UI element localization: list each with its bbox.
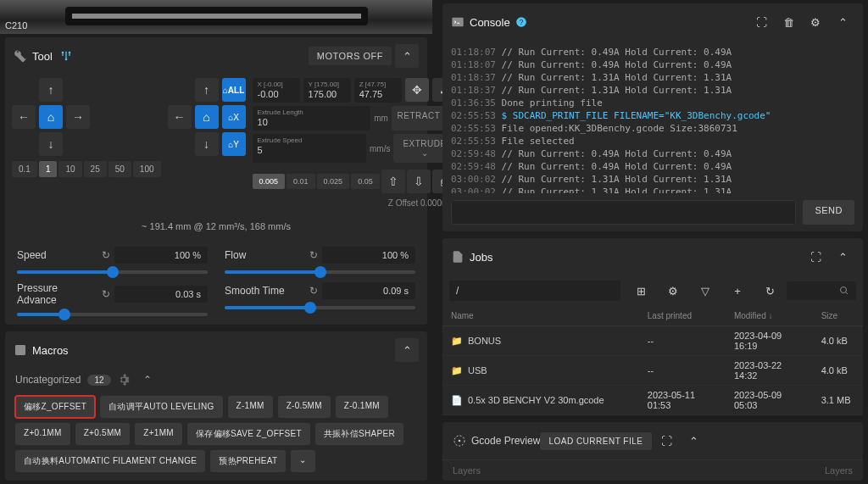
zstep-0.01[interactable]: 0.01: [287, 174, 315, 189]
table-row[interactable]: 📄3D Benchy V2 1h54m.gcode2023-05-11 19:5…: [442, 415, 863, 416]
add-icon[interactable]: +: [726, 279, 749, 303]
home-z-button[interactable]: ⌂: [39, 105, 63, 129]
console-line: 01:18:07 // Run Current: 0.49A Hold Curr…: [451, 58, 854, 71]
z-down-button[interactable]: ⇩: [407, 170, 431, 193]
tool-info-line: ~ 191.4 mm @ 12 mm³/s, 168 mm/s: [5, 214, 427, 238]
adjust-icon[interactable]: [59, 49, 73, 63]
help-icon[interactable]: ?: [515, 16, 527, 28]
macro-button[interactable]: Z-0.1MM: [336, 396, 388, 418]
step-25[interactable]: 25: [84, 161, 107, 177]
smooth-value[interactable]: 0.09 s: [322, 282, 415, 299]
load-file-button[interactable]: LOAD CURRENT FILE: [540, 432, 651, 450]
nav-down-button[interactable]: ↓: [195, 132, 219, 156]
refresh-icon[interactable]: ↻: [758, 279, 782, 303]
filter-icon[interactable]: ▽: [693, 279, 717, 303]
y-back-button[interactable]: →: [66, 105, 90, 129]
macro-more-button[interactable]: ⌄: [291, 450, 314, 472]
table-row[interactable]: 📁BONUS--2023-04-09 16:194.0 kB: [442, 326, 863, 356]
trash-icon[interactable]: 🗑: [776, 10, 800, 34]
macros-collapse-icon[interactable]: ⌃: [395, 338, 419, 362]
home-all-button[interactable]: ⌂ ALL: [222, 78, 246, 102]
gcode-collapse-icon[interactable]: ⌃: [682, 429, 706, 453]
step-1[interactable]: 1: [39, 161, 58, 177]
step-50[interactable]: 50: [108, 161, 131, 177]
console-line: 01:18:37 // Run Current: 1.31A Hold Curr…: [451, 84, 854, 97]
gcode-fullscreen-icon[interactable]: ⛶: [655, 429, 679, 453]
x-position-field[interactable]: X [-0.00]: [253, 78, 300, 103]
y-position-field[interactable]: Y [175.00]: [303, 78, 351, 103]
collapse-icon[interactable]: ⌃: [395, 44, 419, 68]
macro-button[interactable]: Z-0.5MM: [278, 396, 331, 418]
console-line: 03:00:02 // Run Current: 1.31A Hold Curr…: [451, 186, 854, 193]
home-x-button[interactable]: ⌂ X: [222, 105, 246, 129]
col-modified[interactable]: Modified ↓: [726, 306, 813, 326]
z-position-field[interactable]: Z [47.75]: [354, 78, 402, 103]
z-up-button[interactable]: ⇧: [381, 170, 405, 193]
step-0.1[interactable]: 0.1: [12, 161, 37, 177]
console-input[interactable]: [451, 200, 796, 225]
speed-value[interactable]: 100 %: [114, 247, 208, 264]
extrude-speed-field[interactable]: Extrude Speed: [253, 134, 366, 163]
columns-icon[interactable]: ⊞: [629, 279, 653, 303]
macro-button[interactable]: Z+0.5MM: [75, 423, 131, 445]
macro-button[interactable]: 偏移Z_OFFSET: [15, 396, 95, 418]
gcode-footer-left: Layers: [453, 465, 481, 476]
extrude-length-field[interactable]: Extrude Length: [253, 106, 371, 131]
macro-button[interactable]: Z+0.1MM: [15, 423, 70, 445]
table-row[interactable]: 📄0.5x 3D BENCHY V2 30m.gcode2023-05-11 0…: [442, 386, 863, 415]
macro-button[interactable]: 保存偏移SAVE Z_OFFSET: [187, 423, 310, 445]
flow-reset-icon[interactable]: ↻: [305, 247, 322, 264]
zstep-0.05[interactable]: 0.05: [351, 174, 380, 189]
x-left-button[interactable]: ←: [168, 105, 192, 129]
jobs-fullscreen-icon[interactable]: ⛶: [804, 245, 827, 269]
pa-slider[interactable]: [17, 313, 208, 316]
macro-button[interactable]: 共振补偿SHAPER: [315, 423, 403, 445]
z-offset-label: Z Offset 0.000mm: [253, 198, 456, 208]
category-collapse-icon[interactable]: ⌃: [143, 374, 152, 386]
fullscreen-icon[interactable]: ⛶: [749, 10, 773, 34]
search-input[interactable]: [787, 281, 856, 300]
gear-icon[interactable]: [118, 374, 130, 386]
send-button[interactable]: SEND: [803, 200, 854, 225]
move-icon[interactable]: ✥: [405, 78, 429, 102]
col-size[interactable]: Size: [813, 306, 863, 326]
flow-slider[interactable]: [225, 270, 415, 274]
jobs-collapse-icon[interactable]: ⌃: [831, 245, 854, 269]
table-row[interactable]: 📁USB--2023-03-22 14:324.0 kB: [442, 356, 863, 386]
speed-reset-icon[interactable]: ↻: [97, 247, 114, 264]
macro-button[interactable]: 自动调平AUTO LEVELING: [100, 396, 222, 418]
console-collapse-icon[interactable]: ⌃: [831, 10, 854, 34]
extrude-length-unit: mm: [374, 114, 388, 123]
smooth-slider[interactable]: [225, 306, 415, 309]
nav-up-button[interactable]: ↑: [195, 78, 219, 102]
step-100[interactable]: 100: [133, 161, 161, 177]
y-forward-button[interactable]: ←: [12, 105, 36, 129]
camera-label: C210: [5, 20, 27, 31]
step-10[interactable]: 10: [58, 161, 81, 177]
settings-icon[interactable]: ⚙: [804, 10, 827, 34]
macro-button[interactable]: Z+1MM: [135, 423, 182, 445]
z-up-button[interactable]: ↑: [39, 78, 63, 102]
pa-value[interactable]: 0.03 s: [114, 286, 208, 303]
camera-view: C210: [0, 0, 432, 34]
col-name[interactable]: Name: [442, 306, 639, 326]
zstep-0.025[interactable]: 0.025: [317, 174, 350, 189]
smooth-reset-icon[interactable]: ↻: [305, 282, 322, 299]
macro-button[interactable]: 自动换料AUTOMATIC FILAMENT CHANGE: [15, 450, 205, 472]
macro-button[interactable]: 预热PREHEAT: [210, 450, 286, 472]
config-icon[interactable]: ⚙: [661, 279, 685, 303]
wrench-icon: [14, 49, 27, 63]
home-xy-button[interactable]: ⌂: [195, 105, 219, 129]
pa-reset-icon[interactable]: ↻: [97, 286, 114, 303]
home-y-button[interactable]: ⌂ Y: [222, 132, 246, 156]
macro-button[interactable]: Z-1MM: [228, 396, 273, 418]
console-log[interactable]: 01:18:07 // Run Current: 0.49A Hold Curr…: [442, 41, 863, 193]
zstep-0.005[interactable]: 0.005: [253, 174, 286, 189]
motors-off-button[interactable]: MOTORS OFF: [309, 47, 392, 65]
speed-slider[interactable]: [17, 270, 208, 274]
jobs-path[interactable]: /: [449, 281, 620, 301]
flow-value[interactable]: 100 %: [322, 247, 415, 264]
col-last[interactable]: Last printed: [639, 306, 726, 326]
z-down-button[interactable]: ↓: [39, 132, 63, 156]
macros-category: Uncategorized: [15, 374, 81, 386]
